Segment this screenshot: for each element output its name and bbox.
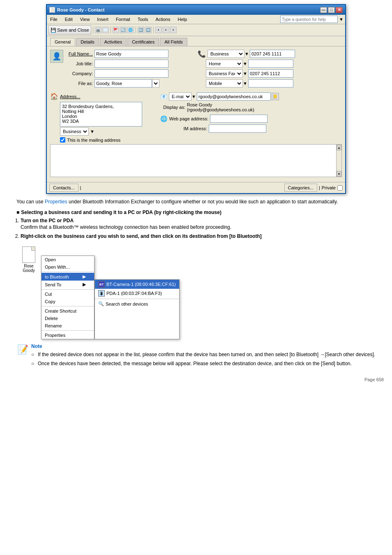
print-icon[interactable]: 🖨️ — [95, 27, 101, 33]
ctx-openwith[interactable]: Open With... — [42, 263, 94, 271]
notes-area[interactable]: ▲ ▼ — [50, 144, 342, 177]
menu-view[interactable]: View — [78, 16, 92, 23]
contacts-button[interactable]: Contacts... — [49, 184, 78, 192]
search-icon: 🔍 — [98, 301, 104, 306]
home-phone-input[interactable] — [248, 60, 293, 68]
jobtitle-input[interactable] — [95, 60, 168, 68]
mobile-type[interactable]: Mobile — [206, 79, 243, 88]
email-icon-btn[interactable]: ✉️ — [102, 27, 109, 33]
address-type-row: Business ▼ — [60, 127, 157, 136]
menu-file[interactable]: File — [48, 16, 59, 23]
display-as-value: Rose Goody (rgoody@goodytwoeshoes.co.uk) — [187, 102, 269, 112]
address-type-dropdown[interactable]: Business — [60, 127, 89, 136]
flag-icon[interactable]: 🚩 — [113, 27, 119, 33]
mailing-checkbox[interactable] — [60, 137, 65, 143]
statusbar-sep2: | — [319, 185, 320, 190]
menu-actions[interactable]: Actions — [154, 16, 172, 23]
address-line1: 32 Brondesbury Gardens, — [62, 104, 140, 109]
note-item-2: Once the devices have been detected, the… — [31, 360, 375, 367]
fullname-input[interactable] — [95, 50, 168, 58]
ctx-createshortcut[interactable]: Create Shortcut — [42, 307, 94, 315]
addressbook-icon[interactable]: 📒 — [272, 93, 279, 100]
ctx-sep2 — [42, 289, 94, 290]
scroll-up-btn[interactable]: ▲ — [337, 145, 341, 150]
company-input[interactable] — [95, 69, 168, 78]
close-button[interactable]: ✕ — [336, 7, 343, 13]
phone-type-dropdown[interactable]: Business Home — [208, 50, 244, 58]
back-icon[interactable]: ⬅️ — [138, 27, 144, 33]
tab-activities[interactable]: Activities — [100, 38, 127, 46]
restore-button[interactable]: □ — [328, 7, 335, 13]
email-input[interactable] — [197, 92, 271, 101]
ctx-copy[interactable]: Copy — [42, 298, 94, 305]
private-checkbox[interactable] — [337, 185, 343, 191]
dot1-icon[interactable]: • — [155, 27, 162, 33]
tab-details[interactable]: Details — [76, 38, 99, 46]
ctx-properties[interactable]: Properties — [42, 332, 94, 339]
business-phone-row: 📞 Business Home ▼ — [198, 50, 342, 58]
ctx-delete[interactable]: Delete — [42, 315, 94, 322]
properties-link[interactable]: Properties — [45, 199, 67, 205]
tab-allfields[interactable]: All Fields — [160, 38, 187, 46]
ctx-tobluetooth[interactable]: to Bluetooth ▶ — [42, 273, 94, 281]
email-row: 📧 E-mail ▼ 📒 — [160, 92, 342, 101]
bizfax-type[interactable]: Business Fax — [206, 69, 243, 78]
ctx-sep4 — [42, 330, 94, 331]
im-input[interactable] — [209, 124, 266, 133]
scroll-down-btn[interactable]: ▼ — [337, 171, 341, 177]
page-number: Page 658 — [8, 377, 384, 382]
bizfax-input[interactable] — [248, 69, 293, 78]
note-list: If the desired device does not appear in… — [31, 351, 375, 367]
dot2-icon[interactable]: • — [163, 27, 169, 33]
help-search-input[interactable] — [280, 16, 338, 23]
address-link-label[interactable]: Address... — [60, 94, 81, 99]
outlook-contact-window: 📋 Rose Goody - Contact — □ ✕ File Edit V… — [46, 4, 346, 194]
submenu-search[interactable]: 🔍 Search other devices — [95, 300, 179, 308]
ctx-sendto[interactable]: Send To ▶ — [42, 281, 94, 288]
company-label: Company: — [66, 71, 95, 76]
address-line2: Notting Hill — [62, 109, 140, 114]
tab-general[interactable]: General — [50, 38, 75, 46]
file-icon — [22, 246, 35, 263]
address-header-row: 🏠 Address... — [50, 92, 157, 100]
submenu-pda[interactable]: 📱 PDA-1 (00:03:2F:04:BA:F3) — [95, 289, 179, 298]
submenu-bt-camera[interactable]: BT BT-Camera-1 (08:00:46:3E:CF:61) — [95, 280, 179, 289]
help-intro: You can use — [16, 199, 45, 205]
forward-icon[interactable]: ➡️ — [145, 27, 152, 33]
step-1: Turn on the PC or PDA Confirm that a Blu… — [21, 218, 371, 230]
web-input[interactable] — [210, 115, 267, 123]
jobtitle-label: Job title: — [66, 61, 95, 66]
menu-insert[interactable]: Insert — [95, 16, 110, 23]
ctx-open[interactable]: Open — [42, 256, 94, 263]
address-box[interactable]: 32 Brondesbury Gardens, Notting Hill Lon… — [60, 102, 142, 127]
categories-button[interactable]: Categories... — [284, 184, 317, 192]
contact-icon: 👤 — [50, 50, 63, 63]
address-section: 🏠 Address... 32 Brondesbury Gardens, Not… — [50, 92, 342, 143]
scrollbar-vertical[interactable]: ▲ ▼ — [336, 145, 341, 177]
fullname-field-row: Full Name... — [66, 50, 194, 58]
web-icon[interactable]: 🌐 — [127, 27, 134, 33]
ctx-cut[interactable]: Cut — [42, 290, 94, 298]
dot3-icon[interactable]: • — [170, 27, 177, 33]
company-field-row: Company: — [66, 69, 194, 78]
recur-icon[interactable]: 🔄 — [120, 27, 127, 33]
menu-tools[interactable]: Tools — [136, 16, 150, 23]
note-content: Note If the desired device does not appe… — [31, 343, 375, 369]
fileas-dropdown[interactable]: ▼ — [152, 79, 159, 88]
menu-edit[interactable]: Edit — [63, 16, 74, 23]
save-close-button[interactable]: 💾 Save and Close — [48, 25, 91, 35]
tab-certificates[interactable]: Certificates — [127, 38, 159, 46]
mobile-input[interactable] — [248, 79, 293, 88]
step2-title: Right-click on the business card you wis… — [21, 233, 371, 239]
submenu-arrow: ▶ — [83, 274, 86, 279]
menu-help[interactable]: Help — [176, 16, 189, 23]
minimize-button[interactable]: — — [320, 7, 327, 13]
email-type-dropdown[interactable]: E-mail — [169, 92, 191, 101]
title-bar-buttons: — □ ✕ — [320, 7, 343, 13]
fileas-input[interactable] — [95, 79, 152, 88]
address-left: 🏠 Address... 32 Brondesbury Gardens, Not… — [50, 92, 157, 143]
home-phone-type[interactable]: Home — [206, 60, 243, 68]
business-phone-input[interactable] — [250, 50, 295, 58]
menu-format[interactable]: Format — [114, 16, 132, 23]
ctx-rename[interactable]: Rename — [42, 322, 94, 329]
